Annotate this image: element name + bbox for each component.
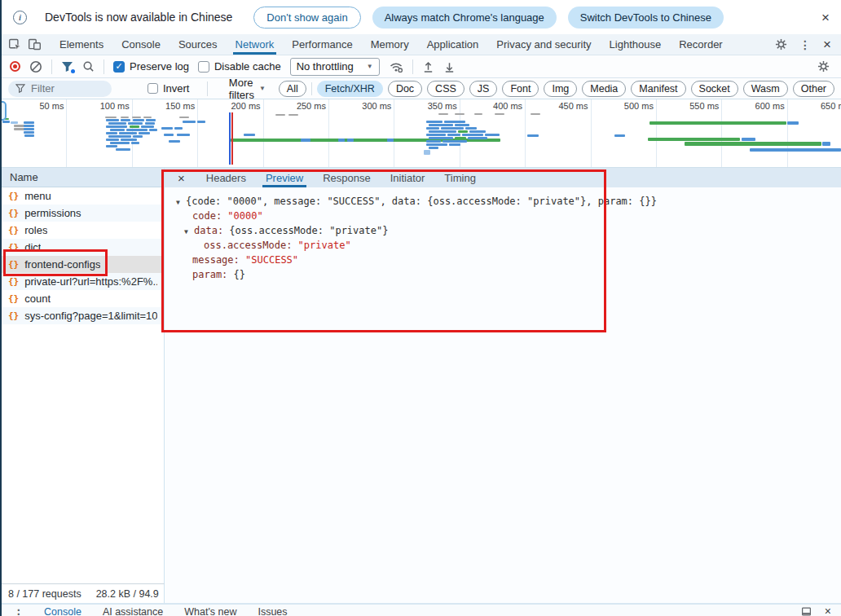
network-summary-bar: 8 / 177 requests 28.2 kB / 94.9 bbox=[2, 583, 165, 603]
request-name: permissions bbox=[24, 207, 81, 219]
clear-network-log-icon[interactable] bbox=[29, 60, 42, 73]
filter-input[interactable]: Filter bbox=[8, 81, 112, 97]
type-pill-socket[interactable]: Socket bbox=[691, 81, 738, 97]
type-pill-js[interactable]: JS bbox=[469, 81, 498, 97]
switch-to-chinese-button[interactable]: Switch DevTools to Chinese bbox=[568, 7, 724, 29]
network-conditions-icon[interactable] bbox=[389, 60, 403, 73]
waterfall-bar bbox=[105, 117, 117, 118]
drawer-tab-what-s-new[interactable]: What's new bbox=[184, 606, 236, 616]
type-pill-font[interactable]: Font bbox=[502, 81, 539, 97]
devtools-window: i DevTools is now available in Chinese D… bbox=[0, 0, 841, 616]
tab-elements[interactable]: Elements bbox=[51, 34, 112, 55]
network-settings-gear-icon[interactable] bbox=[817, 60, 830, 73]
detail-tab-headers[interactable]: Headers bbox=[206, 168, 246, 187]
load-event-line bbox=[231, 112, 233, 165]
type-pill-media[interactable]: Media bbox=[582, 81, 626, 97]
dont-show-again-button[interactable]: Don't show again bbox=[253, 7, 360, 29]
json-icon: {} bbox=[8, 259, 19, 270]
infobar-close-icon[interactable]: × bbox=[821, 11, 830, 24]
detail-tab-initiator[interactable]: Initiator bbox=[390, 168, 425, 187]
tab-memory[interactable]: Memory bbox=[362, 34, 418, 55]
request-row-roles[interactable]: {}roles bbox=[2, 222, 164, 239]
type-pill-doc[interactable]: Doc bbox=[388, 81, 422, 97]
device-toolbar-icon[interactable] bbox=[24, 34, 44, 55]
tab-console[interactable]: Console bbox=[112, 34, 170, 55]
disable-cache-checkbox[interactable] bbox=[198, 61, 209, 73]
request-row-dict[interactable]: {}dict bbox=[2, 239, 164, 256]
drawer-tab-issues[interactable]: Issues bbox=[258, 606, 287, 616]
tab-application[interactable]: Application bbox=[418, 34, 488, 55]
search-icon[interactable] bbox=[82, 60, 95, 73]
record-network-log-icon[interactable] bbox=[10, 61, 20, 72]
drawer-kebab-icon[interactable]: ⋮ bbox=[13, 607, 24, 616]
request-row-private-url-url-https-2f[interactable]: {}private-url?url=https:%2F%... bbox=[2, 273, 164, 290]
request-row-count[interactable]: {}count bbox=[2, 290, 164, 307]
request-row-permissions[interactable]: {}permissions bbox=[2, 205, 164, 222]
waterfall-bar bbox=[2, 121, 10, 123]
invert-checkbox[interactable] bbox=[148, 83, 158, 94]
disable-cache-checkbox-group[interactable]: Disable cache bbox=[198, 60, 281, 73]
tab-performance[interactable]: Performance bbox=[283, 34, 361, 55]
waterfall-bar bbox=[133, 119, 144, 121]
overview-window-handle[interactable] bbox=[2, 101, 7, 121]
tab-lighthouse[interactable]: Lighthouse bbox=[601, 34, 671, 55]
import-har-icon[interactable] bbox=[422, 60, 434, 73]
inspect-element-icon[interactable] bbox=[5, 34, 24, 55]
dock-panel-icon[interactable] bbox=[801, 606, 812, 616]
request-type-pills: AllFetch/XHRDocCSSJSFontImgMediaManifest… bbox=[279, 81, 834, 97]
preserve-log-checkbox[interactable] bbox=[113, 61, 125, 73]
waterfall-bar bbox=[146, 119, 156, 121]
type-pill-all[interactable]: All bbox=[279, 81, 306, 97]
tree-expand-icon[interactable]: ▼ bbox=[184, 228, 194, 235]
detail-tab-timing[interactable]: Timing bbox=[444, 168, 476, 187]
waterfall-bar bbox=[447, 134, 460, 136]
chevron-down-icon: ▼ bbox=[259, 85, 266, 92]
waterfall-bar bbox=[179, 117, 189, 118]
request-row-sys-config-page-1-limit-10[interactable]: {}sys-config?page=1&limit=10 bbox=[2, 307, 164, 324]
waterfall-bar bbox=[24, 121, 34, 124]
export-har-icon[interactable] bbox=[443, 60, 456, 73]
type-pill-manifest[interactable]: Manifest bbox=[631, 81, 685, 97]
drawer-tab-ai-assistance[interactable]: AI assistance bbox=[103, 606, 163, 616]
filter-placeholder: Filter bbox=[31, 82, 55, 95]
name-column-header[interactable]: Name bbox=[2, 168, 164, 187]
more-options-kebab-icon[interactable]: ⋮ bbox=[799, 38, 811, 51]
waterfall-bar bbox=[429, 147, 438, 149]
preview-line: ▼data: {oss.accessMode: "private"} bbox=[165, 225, 841, 239]
settings-gear-icon[interactable] bbox=[775, 38, 787, 51]
more-filters-button[interactable]: More filters ▼ bbox=[229, 77, 266, 101]
throttling-select[interactable]: No throttling ▼ bbox=[290, 58, 380, 76]
network-overview-strip[interactable]: 50 ms100 ms150 ms200 ms250 ms300 ms350 m… bbox=[2, 99, 841, 168]
filter-toggle-icon[interactable] bbox=[61, 61, 73, 73]
tab-network[interactable]: Network bbox=[227, 34, 284, 55]
preserve-log-label: Preserve log bbox=[130, 60, 189, 73]
json-value: "SUCCESS" bbox=[245, 254, 298, 266]
waterfall-bar bbox=[108, 122, 126, 125]
tree-expand-icon[interactable]: ▼ bbox=[176, 199, 186, 206]
dom-content-loaded-event-line bbox=[229, 112, 231, 165]
requests-count: 8 / 177 requests bbox=[8, 588, 81, 600]
request-row-frontend-configs[interactable]: {}frontend-configs bbox=[2, 256, 164, 273]
request-row-menu[interactable]: {}menu bbox=[2, 187, 164, 205]
preserve-log-checkbox-group[interactable]: Preserve log bbox=[113, 60, 189, 73]
type-pill-other[interactable]: Other bbox=[793, 81, 834, 97]
detail-close-icon[interactable]: × bbox=[178, 171, 185, 185]
invert-checkbox-group[interactable]: Invert bbox=[148, 82, 190, 95]
type-pill-fetch-xhr[interactable]: Fetch/XHR bbox=[317, 81, 383, 97]
drawer-close-icon[interactable]: × bbox=[825, 605, 831, 616]
drawer-tab-console[interactable]: Console bbox=[44, 606, 81, 616]
detail-tab-response[interactable]: Response bbox=[323, 168, 371, 187]
waterfall-bar bbox=[441, 127, 464, 130]
tab-recorder[interactable]: Recorder bbox=[670, 34, 731, 55]
match-language-button[interactable]: Always match Chrome's language bbox=[372, 7, 557, 29]
waterfall-bar bbox=[141, 125, 154, 128]
type-pill-img[interactable]: Img bbox=[544, 81, 577, 97]
tab-privacy-and-security[interactable]: Privacy and security bbox=[487, 34, 600, 55]
devtools-close-icon[interactable]: × bbox=[823, 37, 831, 51]
detail-tab-preview[interactable]: Preview bbox=[266, 168, 303, 187]
tab-sources[interactable]: Sources bbox=[170, 34, 227, 55]
waterfall-bar bbox=[108, 135, 131, 138]
type-pill-css[interactable]: CSS bbox=[427, 81, 465, 97]
waterfall-bar bbox=[24, 131, 34, 134]
type-pill-wasm[interactable]: Wasm bbox=[743, 81, 788, 97]
